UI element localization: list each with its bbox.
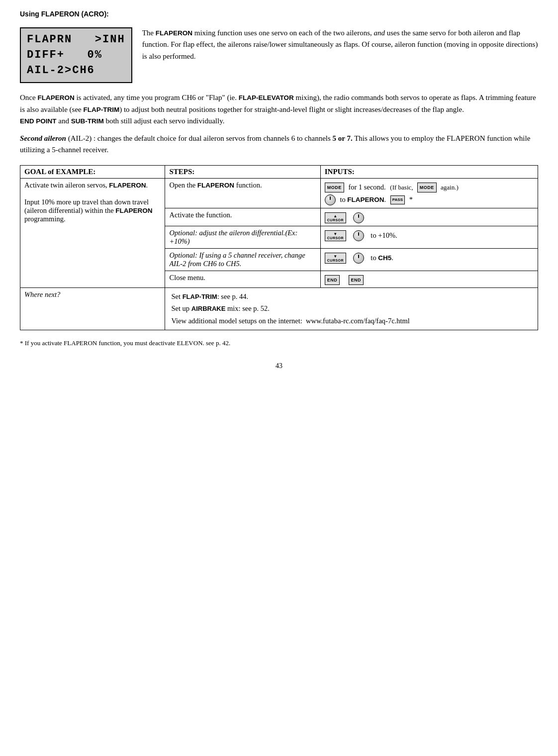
goal-cell: Activate twin aileron servos, FLAPERON. … <box>20 178 165 287</box>
inputs-2: ▲ CURSOR <box>320 208 538 226</box>
col-header-inputs: INPUTS: <box>320 165 538 178</box>
inputs-4: ▼ CURSOR to CH5. <box>320 248 538 271</box>
where-next-content: Set FLAP-TRIM: see p. 44. Set up AIRBRAK… <box>169 290 534 327</box>
dial-icon-3 <box>353 230 364 241</box>
mode-button-2[interactable]: MODE <box>417 183 437 192</box>
table-row: Activate twin aileron servos, FLAPERON. … <box>20 178 538 208</box>
step-2: Activate the function. <box>165 208 320 226</box>
lcd-section: FLAPRN >INH DIFF+ 0% AIL-2>CH6 The FLAPE… <box>20 27 538 83</box>
end-button-2[interactable]: END <box>349 275 364 285</box>
end-button-1[interactable]: END <box>325 275 340 285</box>
where-next-content-cell: Set FLAP-TRIM: see p. 44. Set up AIRBRAK… <box>165 287 538 330</box>
col-header-goal: GOAL of EXAMPLE: <box>20 165 165 178</box>
dial-icon <box>325 194 336 205</box>
lcd-display: FLAPRN >INH DIFF+ 0% AIL-2>CH6 <box>20 27 132 83</box>
paragraph-2: Second aileron (AIL-2) : changes the def… <box>20 133 538 156</box>
lcd-line1: FLAPRN >INH <box>27 32 125 48</box>
page-number: 43 <box>20 362 538 370</box>
inputs-3: ▼ CURSOR to +10%. <box>320 226 538 248</box>
dial-icon-4 <box>353 253 364 264</box>
lcd-line2: DIFF+ 0% <box>27 48 125 63</box>
cursor-down-button[interactable]: ▼ CURSOR <box>325 230 346 241</box>
lcd-line3: AIL-2>CH6 <box>27 63 125 79</box>
page-header: Using FLAPERON (ACRO): <box>20 10 538 18</box>
paragraph-1: Once FLAPERON is activated, any time you… <box>20 92 538 127</box>
step-3: Optional: adjust the aileron differentia… <box>165 226 320 248</box>
pass-button[interactable]: PASS <box>390 195 405 204</box>
cursor-down-button-2[interactable]: ▼ CURSOR <box>325 253 346 264</box>
header-title: FLAPERON (ACRO): <box>41 10 109 18</box>
step-4: Optional: If using a 5 channel receiver,… <box>165 248 320 271</box>
mode-button[interactable]: MODE <box>325 183 344 192</box>
example-table: GOAL of EXAMPLE: STEPS: INPUTS: Activate… <box>20 165 538 330</box>
step-5: Close menu. <box>165 271 320 287</box>
cursor-up-button[interactable]: ▲ CURSOR <box>325 212 346 223</box>
col-header-steps: STEPS: <box>165 165 320 178</box>
inputs-5: END END <box>320 271 538 287</box>
header-prefix: Using <box>20 10 39 18</box>
dial-icon-2 <box>353 212 364 223</box>
lcd-description: The FLAPERON mixing function uses one se… <box>142 27 538 62</box>
where-next-label-cell: Where next? <box>20 287 165 330</box>
inputs-1: MODE for 1 second. (If basic, MODE again… <box>320 178 538 208</box>
table-row-where-next: Where next? Set FLAP-TRIM: see p. 44. Se… <box>20 287 538 330</box>
footnote: * If you activate FLAPERON function, you… <box>20 339 538 347</box>
step-1: Open the FLAPERON function. <box>165 178 320 208</box>
